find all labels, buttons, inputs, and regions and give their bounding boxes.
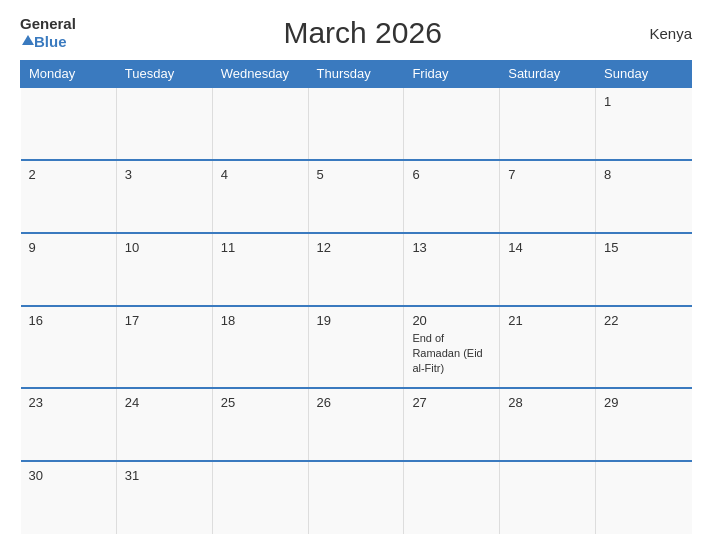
day-number: 9 — [29, 240, 108, 255]
day-number: 2 — [29, 167, 108, 182]
day-number: 18 — [221, 313, 300, 328]
day-number: 12 — [317, 240, 396, 255]
week-row-4: 1617181920End of Ramadan (Eid al-Fitr)21… — [21, 306, 692, 388]
day-number: 20 — [412, 313, 491, 328]
calendar-title: March 2026 — [283, 16, 441, 50]
calendar-cell: 18 — [212, 306, 308, 388]
day-number: 5 — [317, 167, 396, 182]
calendar-cell: 24 — [116, 388, 212, 461]
calendar-cell: 4 — [212, 160, 308, 233]
calendar-cell: 6 — [404, 160, 500, 233]
day-number: 19 — [317, 313, 396, 328]
page-header: General Blue March 2026 Kenya — [20, 16, 692, 50]
calendar-cell: 5 — [308, 160, 404, 233]
calendar-cell: 30 — [21, 461, 117, 534]
day-number: 3 — [125, 167, 204, 182]
weekday-header-saturday: Saturday — [500, 61, 596, 88]
calendar-cell: 1 — [596, 87, 692, 160]
day-number: 14 — [508, 240, 587, 255]
logo-general-text: General — [20, 16, 76, 33]
week-row-1: 1 — [21, 87, 692, 160]
holiday-label: End of Ramadan (Eid al-Fitr) — [412, 332, 482, 375]
calendar-cell: 20End of Ramadan (Eid al-Fitr) — [404, 306, 500, 388]
day-number: 21 — [508, 313, 587, 328]
weekday-header-tuesday: Tuesday — [116, 61, 212, 88]
calendar-cell: 13 — [404, 233, 500, 306]
calendar-table: MondayTuesdayWednesdayThursdayFridaySatu… — [20, 60, 692, 534]
calendar-cell — [308, 87, 404, 160]
day-number: 26 — [317, 395, 396, 410]
week-row-6: 3031 — [21, 461, 692, 534]
calendar-cell: 28 — [500, 388, 596, 461]
logo-blue-text: Blue — [20, 33, 67, 51]
day-number: 30 — [29, 468, 108, 483]
calendar-cell: 29 — [596, 388, 692, 461]
calendar-cell: 21 — [500, 306, 596, 388]
weekday-header-monday: Monday — [21, 61, 117, 88]
day-number: 4 — [221, 167, 300, 182]
calendar-cell — [500, 461, 596, 534]
calendar-cell: 25 — [212, 388, 308, 461]
calendar-cell: 9 — [21, 233, 117, 306]
day-number: 17 — [125, 313, 204, 328]
calendar-cell: 3 — [116, 160, 212, 233]
calendar-cell — [404, 87, 500, 160]
day-number: 1 — [604, 94, 683, 109]
day-number: 10 — [125, 240, 204, 255]
day-number: 22 — [604, 313, 683, 328]
calendar-cell: 23 — [21, 388, 117, 461]
calendar-cell — [404, 461, 500, 534]
weekday-header-thursday: Thursday — [308, 61, 404, 88]
calendar-cell — [212, 87, 308, 160]
calendar-cell — [21, 87, 117, 160]
calendar-cell — [596, 461, 692, 534]
calendar-cell: 15 — [596, 233, 692, 306]
calendar-cell: 2 — [21, 160, 117, 233]
calendar-cell — [116, 87, 212, 160]
calendar-cell: 10 — [116, 233, 212, 306]
weekday-header-wednesday: Wednesday — [212, 61, 308, 88]
calendar-cell: 12 — [308, 233, 404, 306]
calendar-cell: 14 — [500, 233, 596, 306]
calendar-cell: 17 — [116, 306, 212, 388]
week-row-3: 9101112131415 — [21, 233, 692, 306]
day-number: 11 — [221, 240, 300, 255]
calendar-cell — [500, 87, 596, 160]
day-number: 23 — [29, 395, 108, 410]
day-number: 28 — [508, 395, 587, 410]
calendar-cell: 22 — [596, 306, 692, 388]
day-number: 8 — [604, 167, 683, 182]
day-number: 7 — [508, 167, 587, 182]
logo-triangle-icon — [22, 35, 34, 45]
day-number: 29 — [604, 395, 683, 410]
calendar-cell: 11 — [212, 233, 308, 306]
country-label: Kenya — [649, 25, 692, 42]
day-number: 16 — [29, 313, 108, 328]
calendar-cell: 27 — [404, 388, 500, 461]
day-number: 15 — [604, 240, 683, 255]
calendar-cell: 31 — [116, 461, 212, 534]
day-number: 25 — [221, 395, 300, 410]
day-number: 27 — [412, 395, 491, 410]
day-number: 24 — [125, 395, 204, 410]
calendar-cell — [308, 461, 404, 534]
calendar-cell: 7 — [500, 160, 596, 233]
calendar-cell — [212, 461, 308, 534]
weekday-header-row: MondayTuesdayWednesdayThursdayFridaySatu… — [21, 61, 692, 88]
logo: General Blue — [20, 16, 76, 50]
week-row-5: 23242526272829 — [21, 388, 692, 461]
day-number: 31 — [125, 468, 204, 483]
calendar-cell: 26 — [308, 388, 404, 461]
day-number: 13 — [412, 240, 491, 255]
day-number: 6 — [412, 167, 491, 182]
calendar-cell: 8 — [596, 160, 692, 233]
weekday-header-sunday: Sunday — [596, 61, 692, 88]
week-row-2: 2345678 — [21, 160, 692, 233]
calendar-cell: 19 — [308, 306, 404, 388]
weekday-header-friday: Friday — [404, 61, 500, 88]
calendar-cell: 16 — [21, 306, 117, 388]
